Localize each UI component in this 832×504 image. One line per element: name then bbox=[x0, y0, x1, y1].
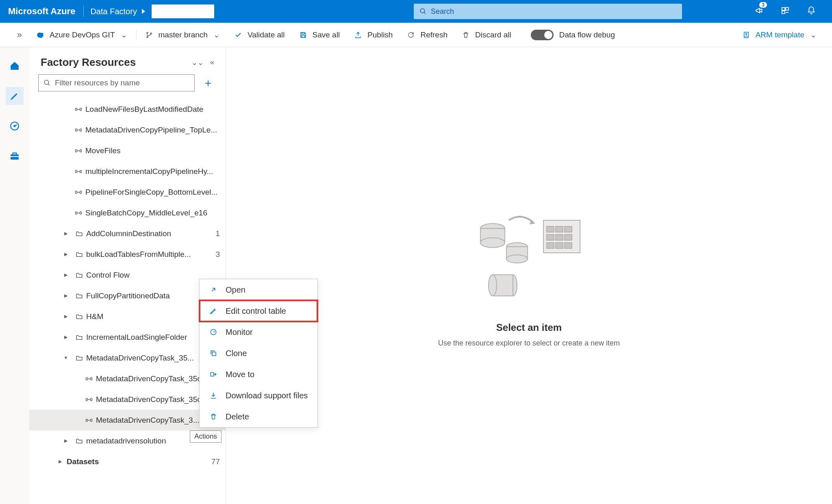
svg-rect-21 bbox=[80, 129, 82, 131]
folder-row[interactable]: Control Flow bbox=[29, 265, 226, 285]
expand-icon[interactable] bbox=[59, 252, 72, 257]
expand-icon[interactable] bbox=[54, 459, 67, 464]
svg-rect-44 bbox=[556, 226, 563, 232]
filter-input-container[interactable] bbox=[38, 74, 195, 91]
pipeline-item[interactable]: LoadNewFilesByLastModifiedDate bbox=[29, 99, 226, 119]
pencil-icon bbox=[209, 307, 218, 315]
expand-rail-button[interactable]: » bbox=[0, 30, 29, 40]
svg-rect-3 bbox=[786, 8, 789, 10]
pipeline-icon bbox=[72, 209, 85, 217]
arm-template-button[interactable]: ARM template ⌄ bbox=[735, 30, 824, 39]
notifications-button[interactable] bbox=[807, 6, 816, 17]
pipeline-item-selected[interactable]: MetadataDrivenCopyTask_3... ··· Actions bbox=[29, 410, 226, 430]
menu-monitor-label: Monitor bbox=[226, 328, 253, 337]
home-icon bbox=[9, 61, 20, 71]
pipeline-item[interactable]: multipleIncrementalCopyPipelineHy... bbox=[29, 161, 226, 182]
open-icon bbox=[209, 286, 218, 293]
check-icon bbox=[235, 31, 242, 39]
empty-state-subtitle: Use the resource explorer to select or c… bbox=[438, 339, 620, 348]
datasets-root[interactable]: Datasets 77 bbox=[29, 451, 226, 472]
save-label: Save all bbox=[313, 30, 340, 39]
menu-monitor[interactable]: Monitor bbox=[200, 322, 317, 343]
brand-label: Microsoft Azure bbox=[0, 6, 83, 17]
folder-icon bbox=[72, 272, 86, 279]
validate-all-button[interactable]: Validate all bbox=[227, 30, 292, 39]
svg-rect-22 bbox=[76, 150, 77, 152]
svg-rect-47 bbox=[556, 235, 563, 240]
menu-delete[interactable]: Delete bbox=[200, 406, 317, 427]
toggle-switch[interactable] bbox=[531, 30, 554, 40]
rail-author[interactable] bbox=[6, 87, 24, 105]
filter-input[interactable] bbox=[55, 78, 189, 87]
svg-point-54 bbox=[489, 275, 497, 296]
menu-move-to[interactable]: Move to bbox=[200, 364, 317, 385]
collapse-left-button[interactable]: « bbox=[210, 58, 214, 67]
collapse-down-button[interactable]: ⌄⌄ bbox=[191, 58, 204, 67]
pipeline-item[interactable]: MetadataDrivenCopyTask_35c bbox=[29, 389, 226, 410]
svg-point-16 bbox=[44, 80, 49, 85]
menu-open-label: Open bbox=[226, 285, 245, 295]
expand-icon[interactable] bbox=[59, 231, 72, 236]
pipeline-item[interactable]: MetadataDrivenCopyPipeline_TopLe... bbox=[29, 119, 226, 140]
svg-rect-25 bbox=[80, 170, 82, 173]
menu-download-support-files[interactable]: Download support files bbox=[200, 385, 317, 406]
folder-row[interactable]: H&M bbox=[29, 306, 226, 327]
empty-state-title: Select an item bbox=[496, 322, 562, 333]
expand-icon[interactable] bbox=[59, 438, 72, 443]
folder-icon bbox=[72, 437, 86, 445]
menu-clone-label: Clone bbox=[226, 349, 247, 358]
discard-all-button[interactable]: Discard all bbox=[455, 30, 519, 39]
menu-edit-control-table[interactable]: Edit control table bbox=[200, 300, 317, 322]
folder-icon bbox=[72, 334, 86, 341]
left-rail bbox=[0, 47, 29, 504]
search-input[interactable] bbox=[431, 7, 676, 16]
add-resource-button[interactable]: ＋ bbox=[200, 74, 217, 91]
expand-icon[interactable] bbox=[59, 293, 72, 298]
feedback-icon-button[interactable] bbox=[781, 6, 790, 17]
collapse-icon[interactable] bbox=[59, 356, 72, 361]
svg-rect-34 bbox=[86, 419, 88, 421]
svg-line-1 bbox=[424, 12, 426, 14]
save-all-button[interactable]: Save all bbox=[292, 30, 348, 39]
pipeline-item[interactable]: PipelineForSingleCopy_BottomLevel... bbox=[29, 182, 226, 202]
git-repo-selector[interactable]: Azure DevOps GIT ⌄ bbox=[29, 30, 135, 39]
menu-clone[interactable]: Clone bbox=[200, 343, 317, 364]
pipeline-item[interactable]: SingleBatchCopy_MiddleLevel_e16 bbox=[29, 202, 226, 223]
svg-rect-51 bbox=[565, 243, 572, 248]
rail-home[interactable] bbox=[6, 57, 24, 75]
folder-row[interactable]: bulkLoadTablesFromMultiple... 3 bbox=[29, 244, 226, 265]
toolbar-divider bbox=[136, 29, 137, 41]
expand-icon[interactable] bbox=[59, 335, 72, 340]
refresh-button[interactable]: Refresh bbox=[400, 30, 455, 39]
data-flow-debug-toggle[interactable]: Data flow debug bbox=[524, 30, 622, 40]
folder-count: 1 bbox=[206, 229, 220, 238]
folder-row[interactable]: FullCopyPartitionedData bbox=[29, 285, 226, 306]
rail-manage[interactable] bbox=[6, 147, 24, 165]
chevron-down-icon: ⌄ bbox=[213, 30, 220, 39]
svg-rect-50 bbox=[556, 243, 563, 248]
pipeline-context-menu: Open Edit control table Monitor Clone Mo… bbox=[199, 279, 318, 428]
branch-selector[interactable]: master branch ⌄ bbox=[138, 30, 227, 39]
global-search[interactable] bbox=[414, 4, 682, 19]
folder-icon bbox=[72, 292, 86, 300]
feedback-button[interactable]: 3 bbox=[755, 6, 764, 17]
svg-rect-28 bbox=[76, 212, 77, 214]
datasets-count: 77 bbox=[206, 457, 220, 466]
pipeline-label: SingleBatchCopy_MiddleLevel_e16 bbox=[85, 209, 220, 217]
service-breadcrumb[interactable]: Data Factory bbox=[84, 4, 220, 18]
rail-monitor[interactable] bbox=[6, 117, 24, 135]
svg-rect-43 bbox=[547, 226, 554, 232]
folder-row-open[interactable]: MetadataDrivenCopyTask_35... bbox=[29, 348, 226, 368]
folder-row[interactable]: AddColumninDestination 1 bbox=[29, 223, 226, 244]
expand-icon[interactable] bbox=[59, 314, 72, 319]
expand-icon[interactable] bbox=[59, 272, 72, 278]
pipeline-item[interactable]: MetadataDrivenCopyTask_35c bbox=[29, 368, 226, 389]
publish-button[interactable]: Publish bbox=[347, 30, 400, 39]
authoring-toolbar: » Azure DevOps GIT ⌄ master branch ⌄ Val… bbox=[0, 23, 832, 47]
refresh-icon bbox=[407, 31, 415, 39]
menu-open[interactable]: Open bbox=[200, 279, 317, 300]
pipeline-item[interactable]: MoveFiles bbox=[29, 140, 226, 161]
pipeline-icon bbox=[72, 189, 85, 196]
chevron-down-icon: ⌄ bbox=[121, 30, 127, 39]
folder-row[interactable]: IncrementalLoadSingleFolder bbox=[29, 327, 226, 348]
